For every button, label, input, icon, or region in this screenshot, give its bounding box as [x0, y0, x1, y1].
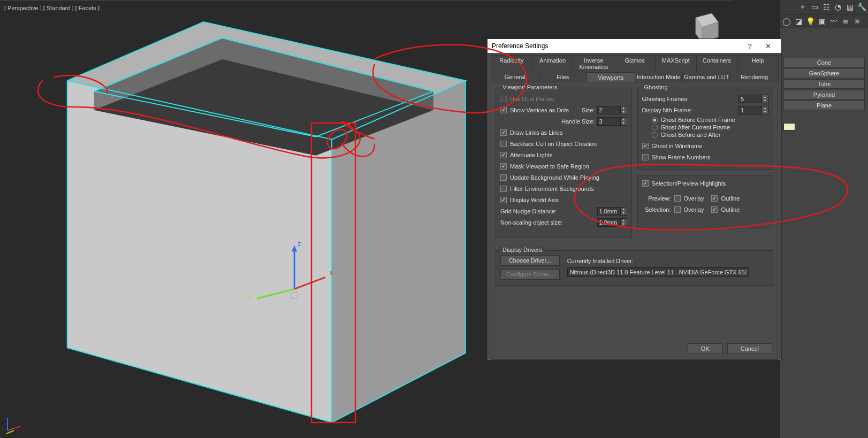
group-ghosting: Ghosting Ghosting Frames: ▲▼ Display Nth… — [637, 88, 774, 170]
btn-configure-driver[interactable]: Configure Driver... — [500, 269, 560, 280]
lbl-ghosting-frames: Ghosting Frames: — [642, 96, 739, 102]
chk-world-axis[interactable] — [500, 197, 507, 203]
lbl-selection-outline: Outline — [721, 206, 740, 213]
lbl-draw-links: Draw Links as Lines — [510, 129, 627, 136]
input-grid-nudge[interactable] — [597, 207, 621, 216]
primitive-pyramid[interactable]: Pyramid — [783, 90, 865, 99]
spin-size[interactable]: ▲▼ — [597, 106, 627, 114]
display-icon[interactable]: ▤ — [846, 3, 854, 11]
spin-nth-frame[interactable]: ▲▼ — [738, 106, 768, 114]
helpers-icon[interactable]: 〰 — [829, 17, 838, 26]
lbl-update-bg: Update Background While Playing — [510, 174, 627, 181]
spin-grid-nudge[interactable]: ▲▼ — [597, 207, 627, 216]
lbl-ghost-both: Ghost Before and After — [661, 132, 721, 138]
lbl-preview-overlay: Overlay — [684, 195, 704, 202]
plus-icon[interactable]: ＋ — [798, 3, 807, 11]
chk-selection-outline[interactable] — [711, 206, 718, 213]
tab-help[interactable]: Help — [737, 55, 779, 72]
dialog-titlebar[interactable]: Preference Settings ? ✕ — [488, 39, 781, 53]
primitive-plane[interactable]: Plane — [783, 101, 865, 110]
chk-mask-safe-region[interactable] — [500, 163, 507, 170]
tab-containers[interactable]: Containers — [696, 55, 738, 72]
preference-settings-dialog: Preference Settings ? ✕ Radiosity Animat… — [487, 39, 782, 360]
lbl-world-axis: Display World Axis — [510, 197, 627, 203]
chk-selection-overlay[interactable] — [674, 206, 681, 213]
modify-icon[interactable]: ▭ — [810, 3, 819, 11]
chk-update-bg[interactable] — [500, 174, 507, 181]
systems-icon[interactable]: ✳ — [853, 17, 862, 26]
input-size[interactable] — [597, 106, 621, 114]
spin-ghosting-frames[interactable]: ▲▼ — [738, 95, 768, 103]
tab-row-1: Radiosity Animation Inverse Kinematics G… — [491, 55, 778, 72]
chk-attenuate-lights[interactable] — [500, 152, 507, 158]
chk-show-vertices-as-dots[interactable] — [500, 107, 507, 113]
tab-radiosity[interactable]: Radiosity — [491, 55, 532, 72]
group-display-drivers: Display Drivers Choose Driver... Configu… — [496, 250, 773, 286]
lbl-ghost-after: Ghost After Current Frame — [661, 124, 730, 130]
command-panel-toolbar-top: ＋ ▭ ☷ ◔ ▤ 🔧 — [780, 0, 868, 14]
spin-handle-size[interactable]: ▲▼ — [597, 117, 627, 126]
tab-animation[interactable]: Animation — [532, 55, 574, 72]
btn-cancel[interactable]: Cancel — [727, 343, 772, 354]
lbl-handle-size: Handle Size: — [561, 118, 595, 125]
tab-inverse-kinematics[interactable]: Inverse Kinematics — [573, 55, 614, 72]
lbl-installed-driver: Currently Installed Driver: — [567, 258, 749, 264]
color-swatch[interactable] — [783, 123, 795, 130]
lbl-size: Size: — [582, 107, 595, 113]
chk-frame-numbers[interactable] — [642, 154, 649, 160]
command-panel[interactable]: ＋ ▭ ☷ ◔ ▤ 🔧 ◯ ◪ 💡 ▣ 〰 ≋ ✳ Cone GeoSphere… — [780, 0, 868, 438]
input-ghosting-frames[interactable] — [738, 95, 762, 103]
svg-text:x: x — [330, 269, 333, 276]
dialog-title: Preference Settings — [492, 42, 741, 50]
geometry-icon[interactable]: ◯ — [782, 17, 791, 26]
radio-ghost-after[interactable] — [652, 125, 658, 130]
tab-rendering[interactable]: Rendering — [730, 72, 779, 82]
tab-interaction-mode[interactable]: Interaction Mode — [635, 72, 683, 82]
primitive-tube[interactable]: Tube — [783, 79, 865, 89]
tab-gizmos[interactable]: Gizmos — [614, 55, 656, 72]
lbl-nth-frame: Display Nth Frame: — [642, 107, 739, 113]
tab-maxscript[interactable]: MAXScript — [655, 55, 697, 72]
utilities-icon[interactable]: 🔧 — [857, 3, 866, 11]
btn-ok[interactable]: OK — [688, 343, 723, 354]
lights-icon[interactable]: 💡 — [806, 17, 814, 26]
svg-text:y: y — [248, 293, 252, 300]
cameras-icon[interactable]: ▣ — [818, 17, 826, 26]
radio-ghost-both[interactable] — [652, 132, 658, 138]
chk-backface-cull[interactable] — [500, 141, 507, 147]
close-icon[interactable]: ✕ — [759, 40, 777, 52]
primitive-cone[interactable]: Cone — [783, 58, 865, 67]
lbl-preview-outline: Outline — [721, 195, 740, 202]
input-nth-frame[interactable] — [738, 106, 762, 114]
input-non-scaling[interactable] — [597, 218, 621, 227]
help-icon[interactable]: ? — [741, 40, 759, 52]
group-title-drivers: Display Drivers — [500, 247, 544, 253]
svg-text:z: z — [298, 240, 301, 248]
command-panel-toolbar-sub: ◯ ◪ 💡 ▣ 〰 ≋ ✳ — [780, 14, 868, 28]
group-title-ghosting: Ghosting — [642, 84, 670, 90]
radio-ghost-before[interactable] — [652, 117, 658, 123]
input-installed-driver — [567, 267, 749, 277]
lbl-ghost-before: Ghost Before Current Frame — [661, 117, 735, 123]
tab-viewports[interactable]: Viewports — [587, 72, 635, 82]
primitive-geosphere[interactable]: GeoSphere — [783, 68, 865, 78]
tab-general[interactable]: General — [491, 72, 539, 82]
chk-preview-outline[interactable] — [711, 195, 718, 202]
chk-draw-links[interactable] — [500, 129, 507, 136]
motion-icon[interactable]: ◔ — [834, 3, 842, 11]
chk-filter-env[interactable] — [500, 186, 507, 192]
chk-preview-overlay[interactable] — [674, 195, 681, 202]
shapes-icon[interactable]: ◪ — [794, 17, 803, 26]
chk-ghost-wireframe[interactable] — [642, 143, 649, 149]
lbl-frame-numbers: Show Frame Numbers — [652, 154, 769, 160]
spin-non-scaling[interactable]: ▲▼ — [597, 218, 627, 227]
chk-selection-highlights[interactable] — [642, 180, 649, 187]
hierarchy-icon[interactable]: ☷ — [822, 3, 831, 11]
tab-gamma-lut[interactable]: Gamma and LUT — [682, 72, 731, 82]
spacewarps-icon[interactable]: ≋ — [841, 17, 850, 26]
input-handle-size[interactable] — [597, 117, 621, 126]
tab-files[interactable]: Files — [539, 72, 588, 82]
lbl-use-dual-planes: Use Dual Planes — [510, 96, 627, 102]
lbl-preview: Preview: — [642, 195, 671, 202]
btn-choose-driver[interactable]: Choose Driver... — [500, 255, 560, 266]
